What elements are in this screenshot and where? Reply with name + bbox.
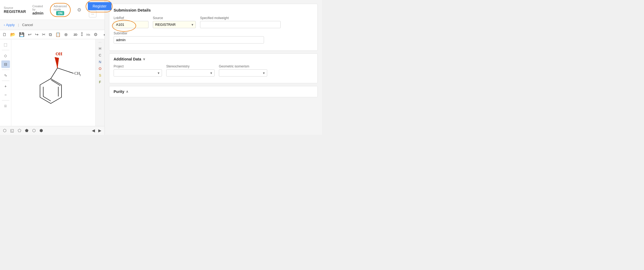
lnbref-group: LnbRef xyxy=(114,16,149,28)
stereochemistry-group: Stereochemistry ▼ xyxy=(166,64,215,77)
structure-btn-6[interactable]: ⬢ xyxy=(38,127,44,134)
open-file-button[interactable]: 📂 xyxy=(9,31,17,38)
eraser-tool[interactable]: ◇ xyxy=(1,52,10,59)
svg-line-3 xyxy=(51,68,57,79)
geometric-isomerism-group: Geometric isomerism ▼ xyxy=(219,64,267,77)
erase-button[interactable]: ⊗ xyxy=(63,31,69,38)
gear-icon[interactable]: ⚙ xyxy=(77,7,81,13)
structure-btn-4[interactable]: ⬟ xyxy=(24,127,30,134)
source-field-label: Source xyxy=(153,16,196,20)
canvas-area[interactable]: CH 3 OH xyxy=(11,39,95,126)
created-by-info: Created by admin xyxy=(32,5,43,15)
advanced-mode-toggle[interactable]: ON xyxy=(56,11,64,15)
cancel-button[interactable]: Cancel xyxy=(20,22,34,28)
source-group: Source REGISTRAR OTHER ▼ xyxy=(153,16,196,28)
created-by-value: admin xyxy=(32,11,43,15)
paste-button[interactable]: 📋 xyxy=(54,31,62,38)
dots-icon: ⋯ xyxy=(98,40,102,45)
settings-button[interactable]: ⚙ xyxy=(92,31,99,38)
cut-button[interactable]: ✂ xyxy=(41,31,47,38)
submission-fields-row-2: Submitter xyxy=(114,31,313,44)
apply-button[interactable]: ‹ Apply xyxy=(2,22,16,28)
bond-tool[interactable]: ⊟ xyxy=(1,60,10,68)
structure-btn-5[interactable]: ⬡ xyxy=(31,127,37,134)
copy-button[interactable]: ⧉ xyxy=(48,31,53,38)
svg-text:OH: OH xyxy=(56,52,62,56)
purity-card: Purity ∧ xyxy=(109,86,318,97)
advanced-mode-wrapper: Advanced mode ON xyxy=(50,3,71,17)
atom-F[interactable]: F xyxy=(96,79,104,85)
molweight-group: Specified molweight xyxy=(200,16,281,28)
svg-text:3: 3 xyxy=(79,74,81,77)
submitter-input[interactable] xyxy=(114,36,264,44)
atom-N[interactable]: N xyxy=(96,59,104,65)
atom-map-button[interactable]: ⁑ xyxy=(79,31,84,38)
minus-tool[interactable]: − xyxy=(1,91,10,99)
additional-data-chevron: ∨ xyxy=(143,57,145,61)
advanced-mode-label: Advanced mode xyxy=(54,5,67,11)
left-tools: ⬚ ◇ ⊟ ∿ + − ⌸ xyxy=(0,39,11,126)
project-group: Project ▼ xyxy=(114,64,162,77)
bottom-toolbar: ⬡ ◱ ⬠ ⬟ ⬡ ⬢ ◀ ▶ xyxy=(0,126,104,135)
submission-details-title: Submission Details xyxy=(114,8,313,12)
project-label: Project xyxy=(114,64,162,68)
submission-fields-row-1: LnbRef Source REGISTRAR OTHER ▼ xyxy=(114,16,313,28)
tools-separator xyxy=(2,50,9,50)
tools-separator-3 xyxy=(2,81,9,81)
tools-separator-2 xyxy=(2,70,9,70)
additional-data-fields: Project ▼ Stereochemistry xyxy=(114,64,313,77)
chain-tool[interactable]: ∿ xyxy=(1,71,10,79)
additional-data-header[interactable]: Additional Data ∨ xyxy=(114,57,313,61)
structure-btn-1[interactable]: ⬡ xyxy=(2,127,8,134)
hcount-button[interactable]: H± xyxy=(85,32,92,37)
purity-chevron: ∧ xyxy=(126,90,128,93)
structure-btn-2[interactable]: ◱ xyxy=(9,127,15,134)
source-select[interactable]: REGISTRAR OTHER xyxy=(153,21,196,28)
new-file-button[interactable]: 🗋 xyxy=(1,31,8,38)
plus-tool[interactable]: + xyxy=(1,82,10,90)
stereochemistry-select[interactable] xyxy=(166,69,215,77)
apply-label: Apply xyxy=(6,23,15,27)
prev-arrow[interactable]: ◀ xyxy=(91,127,96,134)
submitter-group: Submitter xyxy=(114,31,264,44)
bracket-tool[interactable]: ⌸ xyxy=(1,102,10,110)
geometric-isomerism-label: Geometric isomerism xyxy=(219,64,267,68)
source-info: Source REGISTRAR xyxy=(4,6,26,14)
save-button[interactable]: 💾 xyxy=(18,31,26,38)
stereochemistry-label: Stereochemistry xyxy=(166,64,215,68)
project-select[interactable] xyxy=(114,69,162,77)
atom-C[interactable]: C xyxy=(96,52,104,58)
submitter-label: Submitter xyxy=(114,31,264,35)
svg-line-4 xyxy=(57,68,74,73)
submission-details-card: Submission Details LnbRef Source REGISTR xyxy=(109,4,318,51)
2d-button[interactable]: 2D xyxy=(72,32,79,37)
source-label: Source xyxy=(4,6,26,9)
atom-S[interactable]: S xyxy=(96,72,104,78)
molweight-input[interactable] xyxy=(200,21,281,28)
created-by-label: Created by xyxy=(32,5,43,11)
atom-H[interactable]: H xyxy=(96,45,104,52)
molweight-label: Specified molweight xyxy=(200,16,281,20)
selection-tool[interactable]: ⬚ xyxy=(1,41,10,48)
chem-toolbar: 🗋 📂 💾 ↩ ↪ ✂ ⧉ 📋 ⊗ 2D ⁑ H± ⚙ ◀ ▶ xyxy=(0,30,104,39)
svg-line-1 xyxy=(51,80,60,86)
tools-separator-4 xyxy=(2,100,9,100)
purity-title: Purity xyxy=(114,89,124,94)
right-panel: Submission Details LnbRef Source REGISTR xyxy=(105,0,322,135)
atom-O[interactable]: O xyxy=(96,66,104,72)
purity-header[interactable]: Purity ∧ xyxy=(114,89,313,94)
lnbref-label: LnbRef xyxy=(114,16,149,20)
lnbref-input[interactable] xyxy=(114,21,149,28)
register-button[interactable]: Register xyxy=(88,2,111,10)
geometric-isomerism-select[interactable] xyxy=(219,69,267,77)
more-button[interactable]: ··· xyxy=(89,10,97,17)
next-arrow[interactable]: ▶ xyxy=(97,127,103,134)
undo-button[interactable]: ↩ xyxy=(27,31,33,38)
apply-arrow: ‹ xyxy=(4,23,5,27)
apply-bar: ‹ Apply | Cancel xyxy=(0,20,104,30)
molecule-display: CH 3 OH xyxy=(16,48,91,118)
structure-btn-3[interactable]: ⬠ xyxy=(16,127,23,134)
additional-data-title: Additional Data xyxy=(114,57,141,61)
redo-button[interactable]: ↪ xyxy=(34,31,40,38)
atom-palette: ⋯ H C N O S F xyxy=(95,39,104,126)
